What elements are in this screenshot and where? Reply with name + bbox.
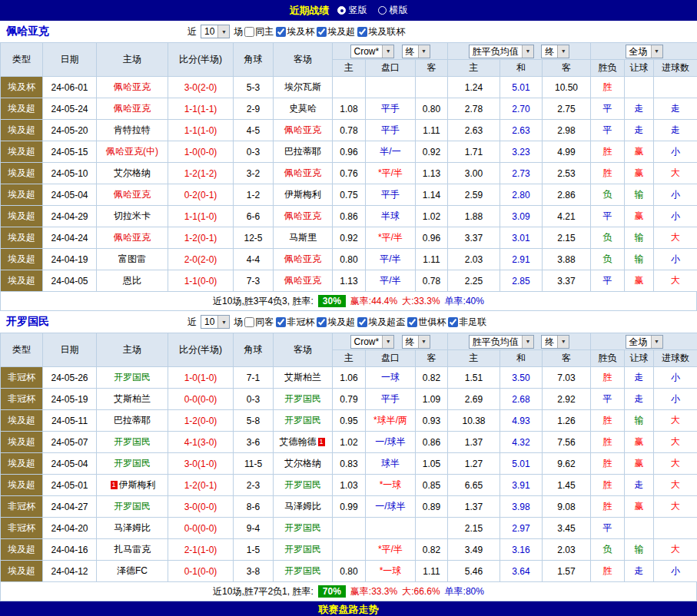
- col-header-avg-away: 客: [543, 350, 591, 367]
- match-score: 0-1(0-0): [168, 561, 234, 582]
- away-team: 艾尔格纳: [274, 453, 333, 475]
- result-wdl: 平: [591, 98, 625, 120]
- filter-checkbox[interactable]: [244, 27, 254, 37]
- home-team: 恩比: [97, 270, 168, 292]
- result-handicap: 输: [625, 410, 654, 432]
- avg-draw-odds: 2.68: [500, 389, 543, 410]
- home-team: 开罗国民: [97, 496, 168, 518]
- filter-checkbox[interactable]: [317, 27, 327, 37]
- avg-odds-select[interactable]: 胜平负均值▼: [469, 45, 534, 58]
- layout-option-vertical[interactable]: 竖版: [337, 4, 367, 17]
- col-header-home: 主场: [97, 333, 168, 367]
- avg-away-odds: 2.03: [543, 539, 591, 561]
- filter-埃及超[interactable]: 埃及超: [317, 316, 355, 329]
- corner-score: 1-5: [234, 539, 274, 561]
- bookmaker-select[interactable]: Crow*▼: [350, 45, 395, 58]
- match-row: 埃及超24-04-16扎马雷克2-1(1-0)1-5开罗国民*平/半0.823.…: [1, 539, 697, 561]
- match-date: 24-05-26: [43, 367, 97, 389]
- avg-home-odds: 1.27: [448, 453, 500, 475]
- col-header-corner: 角球: [234, 43, 274, 77]
- filter-checkbox[interactable]: [244, 317, 254, 327]
- avg-draw-odds: 4.93: [500, 410, 543, 432]
- crow-away-odds: [416, 518, 448, 539]
- result-goals: 大: [654, 270, 697, 292]
- match-score: 3-0(1-0): [168, 453, 234, 475]
- col-header-wdl: 胜负: [591, 350, 625, 367]
- filter-埃及超盃[interactable]: 埃及超盃: [357, 316, 405, 329]
- away-team: 马斯里: [274, 227, 333, 249]
- filter-checkbox[interactable]: [276, 27, 286, 37]
- match-score: 1-2(0-0): [168, 410, 234, 432]
- col-header-avg-draw: 和: [500, 60, 543, 77]
- team-section-2: 开罗国民 近 10▼ 场 同客非冠杯埃及超埃及超盃世俱杯非足联 类型 日期 主场…: [0, 311, 697, 601]
- filter-世俱杯[interactable]: 世俱杯: [407, 316, 446, 329]
- match-date: 24-05-11: [43, 410, 97, 432]
- avg-away-odds: 2.86: [543, 184, 591, 206]
- avg-draw-odds: 3.23: [500, 141, 543, 163]
- result-wdl: 胜: [591, 367, 625, 389]
- away-team: 佩哈亚克: [274, 163, 333, 184]
- layout-option-horizontal[interactable]: 横版: [378, 4, 408, 17]
- avg-time-select[interactable]: 终▼: [541, 45, 569, 58]
- avg-time-select[interactable]: 终▼: [541, 335, 569, 349]
- result-handicap: 走: [625, 389, 654, 410]
- col-header-avg-draw: 和: [500, 350, 543, 367]
- match-type: 埃及超: [1, 120, 43, 141]
- avg-home-odds: 2.59: [448, 184, 500, 206]
- filter-埃及联杯[interactable]: 埃及联杯: [357, 25, 405, 38]
- team-section-bar: 开罗国民 近 10▼ 场 同客非冠杯埃及超埃及超盃世俱杯非足联: [0, 311, 697, 333]
- away-team: 艾斯柏兰: [274, 367, 333, 389]
- away-team: 开罗国民: [274, 539, 333, 561]
- bookmaker-select[interactable]: Crow*▼: [350, 335, 395, 349]
- match-type: 埃及超: [1, 141, 43, 163]
- chevron-down-icon: ▼: [557, 336, 569, 348]
- result-wdl: 负: [591, 227, 625, 249]
- odds-time-select[interactable]: 终▼: [402, 45, 430, 58]
- result-goals: 小: [654, 206, 697, 227]
- match-type: 埃及超: [1, 206, 43, 227]
- layout-toggle: 竖版 横版: [337, 4, 408, 17]
- match-type: 埃及超: [1, 270, 43, 292]
- filter-checkbox[interactable]: [357, 27, 367, 37]
- over-rate: 大:33.3%: [402, 295, 440, 308]
- filter-checkbox[interactable]: [407, 317, 417, 327]
- odds-time-select[interactable]: 终▼: [402, 335, 430, 349]
- avg-header-group: 胜平负均值▼ 终▼: [448, 333, 591, 350]
- scope-select[interactable]: 全场▼: [626, 45, 663, 58]
- filter-非冠杯[interactable]: 非冠杯: [276, 316, 314, 329]
- filter-同主[interactable]: 同主: [244, 25, 274, 38]
- filter-checkbox[interactable]: [357, 317, 367, 327]
- match-date: 24-05-07: [43, 432, 97, 453]
- avg-away-odds: 2.98: [543, 120, 591, 141]
- summary-text: 近10场,胜7平2负1, 胜率:: [213, 585, 314, 598]
- filter-同客[interactable]: 同客: [244, 316, 274, 329]
- crow-away-odds: 0.80: [416, 98, 448, 120]
- summary-text: 近10场,胜3平4负3, 胜率:: [213, 295, 314, 308]
- avg-home-odds: 1.88: [448, 206, 500, 227]
- match-score: 2-1(1-0): [168, 539, 234, 561]
- filter-非足联[interactable]: 非足联: [448, 316, 486, 329]
- layout-option-label: 竖版: [349, 4, 367, 17]
- match-count-select[interactable]: 10▼: [201, 25, 230, 38]
- avg-home-odds: 1.37: [448, 496, 500, 518]
- avg-odds-select[interactable]: 胜平负均值▼: [469, 335, 534, 349]
- crow-away-odds: 0.96: [416, 227, 448, 249]
- scope-select[interactable]: 全场▼: [626, 335, 663, 349]
- crow-home-odds: 1.03: [333, 475, 366, 496]
- result-wdl: 胜: [591, 141, 625, 163]
- match-row: 埃及杯24-06-01佩哈亚克3-0(2-0)5-3埃尔瓦斯1.245.0110…: [1, 77, 697, 98]
- filter-埃及超[interactable]: 埃及超: [317, 25, 355, 38]
- match-score: 1-2(0-1): [168, 227, 234, 249]
- radio-unselected-icon: [378, 6, 387, 15]
- home-team: 艾斯柏兰: [97, 389, 168, 410]
- team-name-link[interactable]: 佩哈亚克: [0, 25, 186, 38]
- filter-checkbox[interactable]: [317, 317, 327, 327]
- filter-checkbox[interactable]: [448, 317, 458, 327]
- avg-draw-odds: 3.91: [500, 475, 543, 496]
- match-count-select[interactable]: 10▼: [201, 315, 230, 329]
- league-trend-bar: 联赛盘路走势: [0, 601, 697, 616]
- filter-埃及杯[interactable]: 埃及杯: [276, 25, 314, 38]
- filter-checkbox[interactable]: [276, 317, 286, 327]
- team-name-link[interactable]: 开罗国民: [0, 315, 186, 329]
- away-team: 马泽姆比: [274, 496, 333, 518]
